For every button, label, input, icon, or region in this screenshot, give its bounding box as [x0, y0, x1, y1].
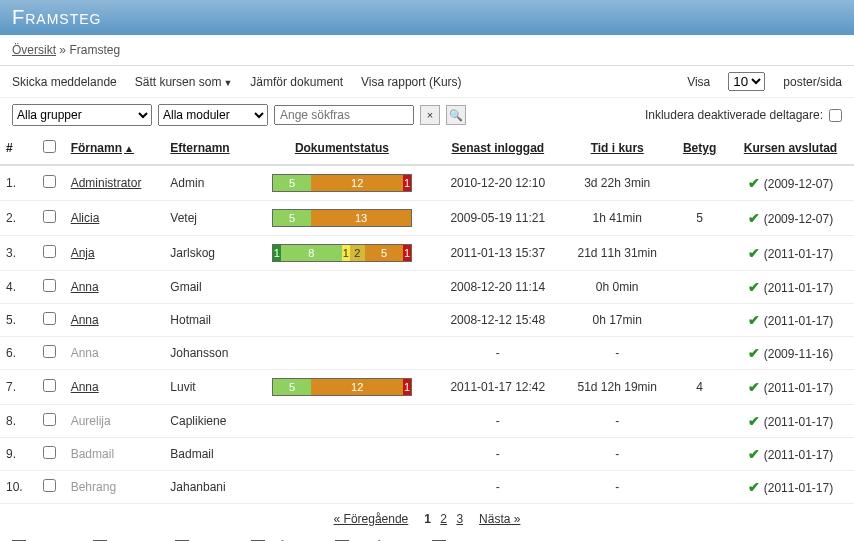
pagination-next[interactable]: Nästa » — [479, 512, 520, 526]
row-checkbox[interactable] — [43, 245, 56, 258]
row-checkbox[interactable] — [43, 413, 56, 426]
col-lastname[interactable]: Efternamn — [164, 132, 250, 165]
cell-lastlogin: - — [433, 405, 562, 438]
breadcrumb-sep: » — [59, 43, 66, 57]
col-num[interactable]: # — [0, 132, 35, 165]
search-icon[interactable]: 🔍 — [446, 105, 466, 125]
modules-select[interactable]: Alla moduler — [158, 104, 268, 126]
search-input[interactable] — [274, 105, 414, 125]
cell-lastname: Johansson — [164, 337, 250, 370]
clear-search-icon[interactable]: × — [420, 105, 440, 125]
completed-date: (2011-01-17) — [764, 247, 833, 261]
cell-completed: ✔(2011-01-17) — [727, 304, 854, 337]
cell-time: - — [562, 337, 672, 370]
status-segment: 13 — [311, 210, 411, 226]
cell-grade: 5 — [672, 201, 727, 236]
check-icon: ✔ — [748, 479, 760, 495]
status-bar[interactable]: 181251 — [272, 244, 412, 262]
cell-docstatus — [250, 337, 433, 370]
per-page-select[interactable]: 10 — [728, 72, 765, 91]
cell-docstatus: 5121 — [250, 165, 433, 201]
groups-select[interactable]: Alla grupper — [12, 104, 152, 126]
check-icon: ✔ — [748, 446, 760, 462]
firstname-link[interactable]: Alicia — [71, 211, 100, 225]
breadcrumb-current: Framsteg — [69, 43, 120, 57]
cell-select — [35, 337, 65, 370]
cell-time: - — [562, 471, 672, 504]
col-docstatus[interactable]: Dokumentstatus — [250, 132, 433, 165]
cell-grade — [672, 471, 727, 504]
cell-lastname: Badmail — [164, 438, 250, 471]
row-checkbox[interactable] — [43, 379, 56, 392]
set-course-as-button[interactable]: Sätt kursen som▼ — [135, 75, 233, 89]
cell-lastlogin: 2009-05-19 11:21 — [433, 201, 562, 236]
cell-select — [35, 165, 65, 201]
cell-firstname: Anja — [65, 236, 165, 271]
chevron-down-icon: ▼ — [223, 78, 232, 88]
cell-lastlogin: - — [433, 438, 562, 471]
cell-lastname: Jahanbani — [164, 471, 250, 504]
cell-grade — [672, 236, 727, 271]
firstname-text: Aurelija — [71, 414, 111, 428]
cell-firstname: Anna — [65, 304, 165, 337]
cell-completed: ✔(2009-11-16) — [727, 337, 854, 370]
cell-grade — [672, 337, 727, 370]
firstname-link[interactable]: Administrator — [71, 176, 142, 190]
status-bar[interactable]: 513 — [272, 209, 412, 227]
col-lastlogin[interactable]: Senast inloggad — [433, 132, 562, 165]
compare-documents-button[interactable]: Jämför dokument — [250, 75, 343, 89]
cell-docstatus: 5121 — [250, 370, 433, 405]
check-icon: ✔ — [748, 175, 760, 191]
send-message-button[interactable]: Skicka meddelande — [12, 75, 117, 89]
pagination-page[interactable]: 3 — [456, 512, 463, 526]
row-checkbox[interactable] — [43, 175, 56, 188]
cell-time: 1h 41min — [562, 201, 672, 236]
firstname-link[interactable]: Anna — [71, 380, 99, 394]
col-firstname[interactable]: Förnamn▲ — [65, 132, 165, 165]
include-deactivated-checkbox[interactable] — [829, 109, 842, 122]
completed-date: (2011-01-17) — [764, 381, 833, 395]
completed-date: (2011-01-17) — [764, 314, 833, 328]
cell-completed: ✔(2011-01-17) — [727, 236, 854, 271]
cell-num: 3. — [0, 236, 35, 271]
col-select-all[interactable] — [35, 132, 65, 165]
cell-num: 9. — [0, 438, 35, 471]
row-checkbox[interactable] — [43, 446, 56, 459]
status-segment: 5 — [273, 210, 311, 226]
status-bar[interactable]: 5121 — [272, 378, 412, 396]
status-segment: 1 — [273, 245, 281, 261]
cell-grade — [672, 304, 727, 337]
show-report-button[interactable]: Visa rapport (Kurs) — [361, 75, 461, 89]
cell-select — [35, 201, 65, 236]
cell-firstname: Behrang — [65, 471, 165, 504]
check-icon: ✔ — [748, 379, 760, 395]
status-bar[interactable]: 5121 — [272, 174, 412, 192]
cell-num: 5. — [0, 304, 35, 337]
row-checkbox[interactable] — [43, 479, 56, 492]
col-completed[interactable]: Kursen avslutad — [727, 132, 854, 165]
breadcrumb-root[interactable]: Översikt — [12, 43, 56, 57]
cell-time: - — [562, 405, 672, 438]
firstname-link[interactable]: Anna — [71, 313, 99, 327]
col-grade[interactable]: Betyg — [672, 132, 727, 165]
cell-completed: ✔(2009-12-07) — [727, 201, 854, 236]
col-timeincourse[interactable]: Tid i kurs — [562, 132, 672, 165]
table-row: 9.BadmailBadmail--✔(2011-01-17) — [0, 438, 854, 471]
row-checkbox[interactable] — [43, 312, 56, 325]
select-all-checkbox[interactable] — [43, 140, 56, 153]
row-checkbox[interactable] — [43, 279, 56, 292]
cell-lastname: Caplikiene — [164, 405, 250, 438]
row-checkbox[interactable] — [43, 210, 56, 223]
cell-lastlogin: - — [433, 471, 562, 504]
cell-lastname: Hotmail — [164, 304, 250, 337]
pagination-prev[interactable]: « Föregående — [334, 512, 409, 526]
cell-select — [35, 304, 65, 337]
row-checkbox[interactable] — [43, 345, 56, 358]
firstname-link[interactable]: Anja — [71, 246, 95, 260]
check-icon: ✔ — [748, 312, 760, 328]
pagination-page[interactable]: 1 — [424, 512, 431, 526]
status-segment: 12 — [311, 379, 403, 395]
pagination-page[interactable]: 2 — [440, 512, 447, 526]
cell-completed: ✔(2011-01-17) — [727, 405, 854, 438]
firstname-link[interactable]: Anna — [71, 280, 99, 294]
